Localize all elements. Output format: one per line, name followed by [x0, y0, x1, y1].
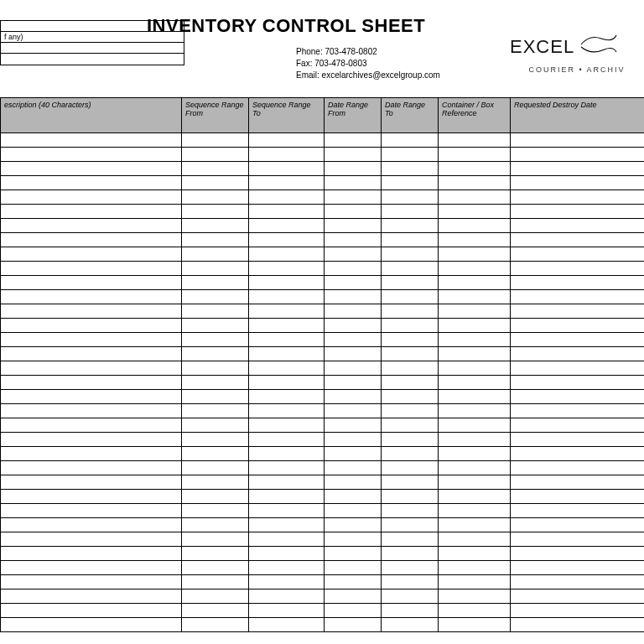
- table-cell[interactable]: [382, 333, 439, 347]
- table-cell[interactable]: [511, 604, 645, 618]
- table-cell[interactable]: [249, 190, 325, 205]
- table-cell[interactable]: [439, 532, 511, 547]
- table-cell[interactable]: [325, 361, 382, 376]
- table-cell[interactable]: [325, 304, 382, 319]
- table-cell[interactable]: [325, 247, 382, 262]
- table-cell[interactable]: [1, 361, 182, 376]
- table-cell[interactable]: [382, 148, 439, 162]
- table-cell[interactable]: [249, 461, 325, 475]
- table-cell[interactable]: [511, 561, 645, 575]
- table-cell[interactable]: [1, 247, 182, 262]
- table-cell[interactable]: [439, 319, 511, 333]
- table-cell[interactable]: [511, 162, 645, 176]
- table-cell[interactable]: [439, 547, 511, 561]
- table-cell[interactable]: [1, 618, 182, 632]
- table-cell[interactable]: [182, 433, 249, 447]
- table-cell[interactable]: [249, 433, 325, 447]
- table-cell[interactable]: [439, 433, 511, 447]
- table-cell[interactable]: [382, 233, 439, 247]
- table-cell[interactable]: [439, 490, 511, 504]
- table-cell[interactable]: [182, 490, 249, 504]
- table-cell[interactable]: [511, 418, 645, 433]
- table-cell[interactable]: [439, 461, 511, 475]
- table-cell[interactable]: [511, 532, 645, 547]
- table-cell[interactable]: [511, 376, 645, 390]
- table-cell[interactable]: [325, 504, 382, 518]
- table-cell[interactable]: [382, 361, 439, 376]
- table-cell[interactable]: [382, 447, 439, 461]
- table-cell[interactable]: [249, 561, 325, 575]
- table-cell[interactable]: [1, 604, 182, 618]
- table-cell[interactable]: [249, 176, 325, 190]
- table-cell[interactable]: [325, 447, 382, 461]
- table-cell[interactable]: [1, 575, 182, 589]
- table-cell[interactable]: [382, 205, 439, 219]
- table-cell[interactable]: [1, 547, 182, 561]
- table-cell[interactable]: [325, 433, 382, 447]
- table-cell[interactable]: [511, 347, 645, 361]
- table-cell[interactable]: [511, 319, 645, 333]
- table-cell[interactable]: [249, 304, 325, 319]
- table-cell[interactable]: [382, 133, 439, 148]
- table-cell[interactable]: [249, 447, 325, 461]
- table-cell[interactable]: [511, 547, 645, 561]
- table-cell[interactable]: [511, 133, 645, 148]
- table-cell[interactable]: [439, 504, 511, 518]
- table-cell[interactable]: [382, 347, 439, 361]
- table-cell[interactable]: [182, 304, 249, 319]
- table-cell[interactable]: [1, 162, 182, 176]
- table-cell[interactable]: [511, 461, 645, 475]
- table-cell[interactable]: [325, 262, 382, 276]
- table-cell[interactable]: [249, 133, 325, 148]
- table-cell[interactable]: [439, 575, 511, 589]
- table-cell[interactable]: [511, 304, 645, 319]
- table-cell[interactable]: [1, 461, 182, 475]
- table-cell[interactable]: [182, 575, 249, 589]
- table-cell[interactable]: [439, 333, 511, 347]
- table-cell[interactable]: [511, 618, 645, 632]
- table-cell[interactable]: [511, 518, 645, 532]
- table-cell[interactable]: [1, 276, 182, 290]
- table-cell[interactable]: [1, 133, 182, 148]
- table-cell[interactable]: [382, 618, 439, 632]
- table-cell[interactable]: [439, 518, 511, 532]
- table-cell[interactable]: [511, 262, 645, 276]
- table-cell[interactable]: [182, 461, 249, 475]
- table-cell[interactable]: [382, 404, 439, 418]
- table-cell[interactable]: [1, 333, 182, 347]
- table-cell[interactable]: [511, 276, 645, 290]
- table-cell[interactable]: [382, 518, 439, 532]
- table-cell[interactable]: [182, 475, 249, 490]
- table-cell[interactable]: [511, 404, 645, 418]
- table-cell[interactable]: [511, 475, 645, 490]
- table-cell[interactable]: [182, 290, 249, 304]
- table-cell[interactable]: [182, 504, 249, 518]
- table-cell[interactable]: [1, 262, 182, 276]
- table-cell[interactable]: [382, 547, 439, 561]
- table-cell[interactable]: [1, 319, 182, 333]
- table-cell[interactable]: [382, 490, 439, 504]
- table-cell[interactable]: [182, 219, 249, 233]
- table-cell[interactable]: [382, 461, 439, 475]
- table-cell[interactable]: [439, 247, 511, 262]
- table-cell[interactable]: [182, 133, 249, 148]
- table-cell[interactable]: [1, 589, 182, 604]
- table-cell[interactable]: [382, 475, 439, 490]
- table-cell[interactable]: [249, 589, 325, 604]
- table-cell[interactable]: [439, 618, 511, 632]
- table-cell[interactable]: [382, 504, 439, 518]
- table-cell[interactable]: [382, 561, 439, 575]
- table-cell[interactable]: [182, 376, 249, 390]
- table-cell[interactable]: [511, 333, 645, 347]
- table-cell[interactable]: [249, 518, 325, 532]
- table-cell[interactable]: [511, 575, 645, 589]
- table-cell[interactable]: [1, 176, 182, 190]
- table-cell[interactable]: [1, 205, 182, 219]
- table-cell[interactable]: [182, 276, 249, 290]
- table-cell[interactable]: [439, 361, 511, 376]
- table-cell[interactable]: [382, 176, 439, 190]
- table-cell[interactable]: [382, 247, 439, 262]
- table-cell[interactable]: [249, 205, 325, 219]
- table-cell[interactable]: [182, 247, 249, 262]
- table-cell[interactable]: [325, 148, 382, 162]
